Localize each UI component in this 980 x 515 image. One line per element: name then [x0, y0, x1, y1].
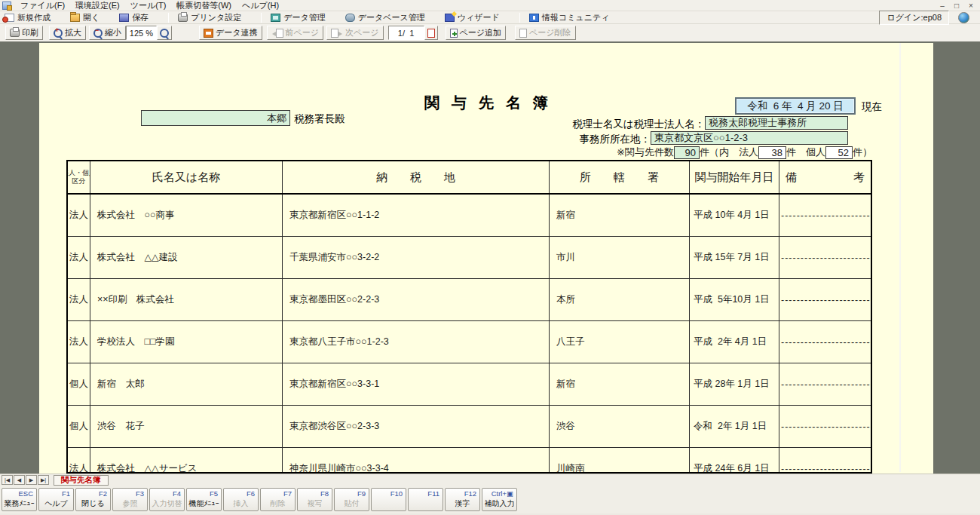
menu-tools[interactable]: ツール(T) [125, 0, 172, 11]
total-count-field[interactable]: 90 [674, 146, 700, 159]
office-address-field[interactable]: 東京都文京区○○1-2-3 [651, 131, 848, 145]
delete-page-icon [519, 29, 527, 38]
accountant-name-label: 税理士名又は税理士法人名： [572, 118, 705, 131]
table-row: 法人 ××印刷 株式会社 東京都墨田区○○2-2-3 本所 平成 5年10月 1… [68, 279, 871, 321]
cell-tax-office: 川崎南 [550, 448, 690, 474]
print-button[interactable]: 印刷 [5, 26, 43, 40]
printer-icon [178, 14, 188, 22]
open-button-label: 開く [83, 12, 100, 23]
prev-page-label: 前ページ [286, 27, 320, 38]
function-key-label: 機能ﾒﾆｭｰ [187, 498, 221, 509]
database-icon [345, 14, 355, 22]
header-kubun: 法人・個人 区分 [68, 161, 90, 193]
printer-settings-button[interactable]: プリンタ設定 [178, 12, 241, 23]
open-folder-icon [70, 14, 80, 22]
info-community-button[interactable]: 情報コミュニティ [529, 12, 610, 23]
cell-name: 渋谷 花子 [90, 406, 283, 447]
wizard-label: ウィザード [458, 12, 500, 23]
toolbar-separator [168, 13, 169, 23]
tax-office-name-field[interactable]: 本郷 [141, 110, 290, 126]
current-date-field[interactable]: 令和 6 年 4 月 20 日 [735, 97, 856, 115]
page-jump-button[interactable] [424, 26, 438, 40]
prev-sheet-button[interactable]: ◀ [14, 475, 25, 485]
individual-count-field[interactable]: 52 [825, 146, 853, 159]
wizard-button[interactable]: ウィザード [445, 12, 500, 23]
menu-help[interactable]: ヘルプ(H) [237, 0, 284, 11]
accountant-name-field[interactable]: 税務太郎税理士事務所 [705, 116, 848, 130]
data-link-button[interactable]: データ連携 [199, 26, 262, 40]
function-key-number: F10 [390, 489, 403, 498]
zoom-select-button[interactable] [157, 26, 172, 40]
function-key-label: 閉じる [76, 498, 110, 509]
function-key-number: F3 [136, 489, 144, 498]
client-counts-label: ※関与先件数 [617, 146, 674, 159]
counts-segment: 件（内 法人 [700, 146, 758, 159]
current-date-suffix: 現在 [862, 100, 882, 114]
zoom-value-input[interactable]: 125 % [126, 26, 157, 40]
function-key-label: 業務ﾒﾆｭｰ [2, 498, 36, 509]
zoom-out-icon: − [93, 29, 103, 38]
prev-page-button: 前ページ [267, 26, 324, 40]
page-indicator[interactable]: 1/ 1 [388, 26, 424, 40]
next-page-icon [331, 29, 338, 38]
zoom-out-button[interactable]: − 縮小 [89, 26, 126, 40]
cell-address: 千葉県浦安市○○3-2-2 [283, 237, 550, 278]
last-sheet-button[interactable]: ▶| [38, 475, 49, 485]
table-row: 個人 渋谷 花子 東京都渋谷区○○2-3-3 渋谷 令和 2年 1月 1日 --… [68, 406, 871, 448]
zoom-in-button[interactable]: + 拡大 [49, 26, 86, 40]
next-sheet-button[interactable]: ▶ [26, 475, 37, 485]
function-key-button[interactable]: F12 漢字 [445, 488, 480, 511]
function-key-button[interactable]: F11 [408, 488, 443, 511]
function-key-button[interactable]: F1 ヘルプ [38, 488, 74, 511]
data-management-icon [271, 14, 280, 22]
new-button-label: 新規作成 [17, 12, 51, 23]
window-controls: – □ × [938, 2, 980, 10]
open-button[interactable]: 開く [70, 12, 100, 23]
add-page-button[interactable]: ページ追加 [446, 26, 507, 40]
toolbar-separator [519, 13, 520, 23]
menu-environment[interactable]: 環境設定(E) [70, 0, 125, 11]
main-toolbar: 新規作成 開く 保存 プリンタ設定 データ管理 データベース管理 ウィザード 情… [0, 11, 980, 24]
save-button[interactable]: 保存 [119, 12, 149, 23]
cell-note: -------------------------------- [779, 279, 871, 320]
document-page: 関与先名簿 本郷 税務署長殿 令和 6 年 4 月 20 日 現在 税理士名又は… [39, 43, 933, 474]
wizard-icon [445, 14, 455, 22]
function-key-number: F2 [99, 489, 107, 498]
cell-start-date: 平成 15年 7月 1日 [690, 237, 779, 278]
corporate-count-field[interactable]: 38 [758, 146, 786, 159]
function-key-bar: ESC 業務ﾒﾆｭｰ F1 ヘルプ F2 閉じる F3 参照 F4 入力切替 F… [0, 486, 980, 513]
document-area: 関与先名簿 本郷 税務署長殿 令和 6 年 4 月 20 日 現在 税理士名又は… [0, 41, 980, 474]
first-sheet-button[interactable]: |◀ [2, 475, 13, 485]
function-key-button[interactable]: F10 [371, 488, 406, 511]
close-button[interactable]: × [966, 2, 975, 10]
function-key-button: F4 入力切替 [149, 488, 185, 511]
new-button[interactable]: 新規作成 [5, 12, 51, 23]
zoom-in-label: 拡大 [65, 27, 81, 38]
database-management-button[interactable]: データベース管理 [345, 12, 425, 23]
menu-form-switch[interactable]: 帳票切替等(W) [171, 0, 237, 11]
first-page-icon: |◀ [5, 477, 10, 483]
minimize-button[interactable]: – [938, 2, 947, 10]
menu-file[interactable]: ファイル(F) [15, 0, 70, 11]
tab-kanyosaki-meibo[interactable]: 関与先名簿 [54, 475, 109, 486]
function-key-button[interactable]: Ctrl+▣ 補助入力 [482, 488, 517, 511]
function-key-button: F3 参照 [112, 488, 148, 511]
function-key-button[interactable]: F2 閉じる [75, 488, 111, 511]
prev-arrow-icon: ◀ [17, 477, 21, 483]
cell-kubun: 法人 [68, 279, 90, 320]
data-link-label: データ連携 [216, 27, 258, 38]
cell-kubun: 法人 [68, 321, 90, 363]
restore-button[interactable]: □ [952, 2, 961, 10]
function-key-label: 複写 [298, 498, 332, 509]
function-key-number: F1 [62, 489, 70, 498]
cell-name: ××印刷 株式会社 [90, 279, 283, 320]
cell-start-date: 平成 24年 6月 1日 [690, 448, 779, 474]
data-management-button[interactable]: データ管理 [271, 12, 326, 23]
sheet-tab-bar: |◀ ◀ ▶ ▶| 関与先名簿 [0, 474, 980, 486]
function-key-number: F4 [173, 489, 181, 498]
function-key-button[interactable]: ESC 業務ﾒﾆｭｰ [2, 488, 37, 511]
function-key-label: 入力切替 [150, 498, 184, 509]
function-key-button: F8 複写 [297, 488, 332, 511]
print-label: 印刷 [22, 27, 38, 38]
function-key-button[interactable]: F5 機能ﾒﾆｭｰ [186, 488, 222, 511]
